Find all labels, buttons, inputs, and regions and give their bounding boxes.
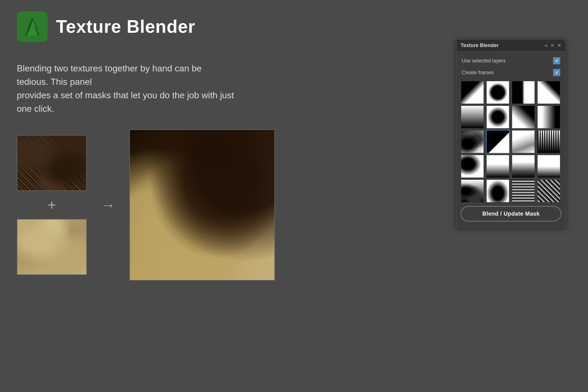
mask-pattern-6 [487,106,509,128]
mask-item-7[interactable] [512,105,535,129]
mask-pattern-10 [487,130,509,153]
option-use-selected-layers: Use selected layers ✓ [461,55,561,67]
blended-result [130,130,274,280]
checkbox-check-icon-2: ✓ [555,70,559,75]
panel-close-button[interactable]: ✕ [557,42,561,48]
mask-item-15[interactable] [512,155,535,178]
mask-item-8[interactable] [537,105,561,129]
mask-item-5[interactable] [461,105,484,129]
texture-mulch-thumb [17,135,87,191]
mask-pattern-13 [461,155,484,178]
app-logo-icon [21,15,43,38]
mask-pattern-8 [538,106,560,128]
result-image [129,129,275,281]
panel-menu-icon[interactable]: ≡ [551,43,554,48]
panel-body: Use selected layers ✓ Create frames ✓ [457,52,565,227]
mask-pattern-3 [512,81,535,104]
plus-sign: + [48,197,56,213]
use-selected-layers-checkbox[interactable]: ✓ [553,57,560,64]
blend-update-mask-button[interactable]: Blend / Update Mask [461,206,561,221]
mask-item-17[interactable] [461,179,484,203]
mask-pattern-11 [512,130,535,153]
arrow-sign: → [101,197,115,213]
panel-title: Texture Blender [461,43,499,48]
mask-pattern-12 [538,130,560,153]
mask-pattern-19 [512,180,535,202]
mask-item-6[interactable] [486,105,510,129]
mask-item-13[interactable] [461,155,484,178]
mask-pattern-18 [487,180,509,202]
mask-item-20[interactable] [537,179,561,203]
mask-pattern-17 [461,180,484,202]
mask-item-2[interactable] [486,81,510,104]
panel-titlebar: Texture Blender « ≡ ✕ [457,39,565,52]
mask-item-19[interactable] [512,179,535,203]
mask-grid [461,81,561,203]
texture-blender-panel: Texture Blender « ≡ ✕ Use selected layer… [456,39,566,227]
mask-pattern-2 [487,81,509,104]
mask-item-9[interactable] [461,130,484,153]
option-create-frames: Create frames ✓ [461,67,561,78]
mask-pattern-4 [538,81,560,104]
mask-pattern-9 [461,130,484,153]
mask-item-10[interactable] [486,130,510,153]
mask-pattern-14 [487,155,509,178]
texture-sand-pattern [17,220,86,274]
mask-pattern-15 [512,155,535,178]
app-description: Blending two textures together by hand c… [0,53,252,129]
demo-row: + → [17,129,275,281]
mask-pattern-7 [512,106,535,128]
app-logo [17,11,48,42]
mask-item-12[interactable] [537,130,561,153]
mask-item-3[interactable] [512,81,535,104]
mask-item-16[interactable] [537,155,561,178]
option-use-selected-layers-label: Use selected layers [462,58,506,64]
mask-pattern-16 [538,155,560,178]
mask-item-18[interactable] [486,179,510,203]
mask-item-14[interactable] [486,155,510,178]
mask-pattern-5 [461,106,484,128]
mask-item-4[interactable] [537,81,561,104]
mask-pattern-20 [538,180,560,202]
create-frames-checkbox[interactable]: ✓ [553,69,560,76]
description-text: Blending two textures together by hand c… [17,63,234,114]
texture-pair: + [17,135,87,275]
panel-controls: « ≡ ✕ [545,42,561,48]
texture-sand-thumb [17,219,87,275]
texture-mulch-pattern [17,136,86,190]
panel-back-button[interactable]: « [545,43,547,48]
mask-item-11[interactable] [512,130,535,153]
mask-item-1[interactable] [461,81,484,104]
mask-pattern-1 [461,81,484,104]
svg-marker-1 [27,20,38,36]
checkbox-check-icon: ✓ [555,58,559,64]
app-title: Texture Blender [56,16,195,37]
option-create-frames-label: Create frames [462,70,494,76]
